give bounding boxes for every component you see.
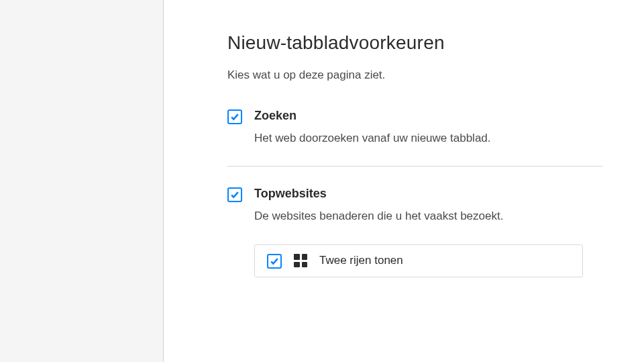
grid-icon: [294, 254, 307, 267]
sub-option-label-two-rows: Twee rijen tonen: [319, 254, 403, 267]
sub-option-two-rows: Twee rijen tonen: [254, 244, 583, 277]
pref-row-topsites: Topwebsites De websites benaderen die u …: [227, 187, 617, 225]
divider: [227, 166, 603, 167]
check-icon: [270, 257, 279, 266]
pref-row-search: Zoeken Het web doorzoeken vanaf uw nieuw…: [227, 109, 617, 166]
checkbox-two-rows[interactable]: [267, 254, 282, 269]
sidebar-gutter: [0, 0, 164, 362]
pref-desc-search: Het web doorzoeken vanaf uw nieuwe tabbl…: [254, 130, 590, 147]
page-subtitle: Kies wat u op deze pagina ziet.: [227, 69, 617, 82]
pref-text-topsites: Topwebsites De websites benaderen die u …: [254, 187, 590, 225]
preferences-panel: Nieuw-tabbladvoorkeuren Kies wat u op de…: [164, 0, 644, 362]
check-icon: [230, 112, 239, 122]
pref-text-search: Zoeken Het web doorzoeken vanaf uw nieuw…: [254, 109, 590, 147]
checkbox-search[interactable]: [227, 109, 242, 124]
pref-label-search: Zoeken: [254, 109, 590, 123]
checkbox-topsites[interactable]: [227, 187, 242, 202]
check-icon: [230, 190, 239, 199]
pref-desc-topsites: De websites benaderen die u het vaakst b…: [254, 208, 590, 225]
pref-label-topsites: Topwebsites: [254, 187, 590, 201]
page-title: Nieuw-tabbladvoorkeuren: [227, 32, 617, 54]
